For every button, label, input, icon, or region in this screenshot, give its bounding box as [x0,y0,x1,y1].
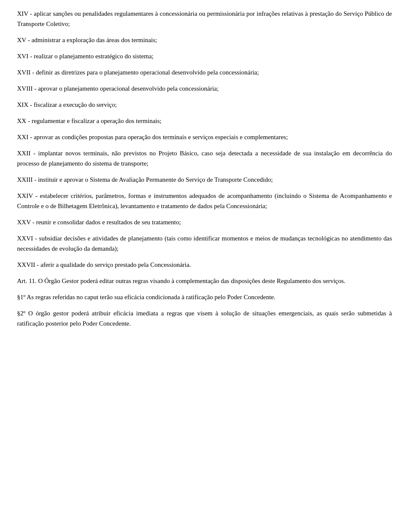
paragraph-p2: XV - administrar a exploração das áreas … [17,35,392,45]
paragraph-text-p3: XVI - realizar o planejamento estratégic… [17,51,392,61]
paragraph-text-p5: XVIII - aprovar o planejamento operacion… [17,83,392,94]
paragraph-p15: Art. 11. O Órgão Gestor poderá editar ou… [17,276,392,286]
paragraph-p4: XVII - definir as diretrizes para o plan… [17,67,392,77]
paragraph-p6: XIX - fiscalizar a execução do serviço; [17,100,392,110]
paragraph-text-p16: §1º As regras referidas no caput terão s… [17,292,392,302]
paragraph-p1: XIV - aplicar sanções ou penalidades reg… [17,9,392,29]
paragraph-text-p7: XX - regulamentar e fiscalizar a operaçã… [17,116,392,126]
paragraph-p7: XX - regulamentar e fiscalizar a operaçã… [17,116,392,126]
paragraph-p10: XXIII - instituir e aprovar o Sistema de… [17,174,392,185]
paragraph-p12: XXV - reunir e consolidar dados e result… [17,217,392,227]
paragraph-text-p4: XVII - definir as diretrizes para o plan… [17,67,392,77]
paragraph-text-p2: XV - administrar a exploração das áreas … [17,35,392,45]
page-container: XIV - aplicar sanções ou penalidades reg… [0,0,409,532]
paragraph-p16: §1º As regras referidas no caput terão s… [17,292,392,302]
paragraph-p14: XXVII - aferir a qualidade do serviço pr… [17,260,392,270]
paragraph-p11: XXIV - estabelecer critérios, parâmetros… [17,191,392,211]
paragraph-p9: XXII - implantar novos terminais, não pr… [17,148,392,169]
paragraph-text-p10: XXIII - instituir e aprovar o Sistema de… [17,174,392,185]
paragraph-text-p11: XXIV - estabelecer critérios, parâmetros… [17,191,392,211]
paragraph-text-p8: XXI - aprovar as condições propostas par… [17,132,392,142]
paragraph-text-p17: §2º O órgão gestor poderá atribuir eficá… [17,308,392,329]
paragraph-text-p9: XXII - implantar novos terminais, não pr… [17,148,392,169]
paragraph-p3: XVI - realizar o planejamento estratégic… [17,51,392,61]
paragraph-text-p13: XXVI - subsidiar decisões e atividades d… [17,233,392,254]
paragraph-text-p12: XXV - reunir e consolidar dados e result… [17,217,392,227]
paragraph-text-p15: Art. 11. O Órgão Gestor poderá editar ou… [17,276,392,286]
paragraph-p17: §2º O órgão gestor poderá atribuir eficá… [17,308,392,329]
paragraph-p5: XVIII - aprovar o planejamento operacion… [17,83,392,94]
paragraph-text-p6: XIX - fiscalizar a execução do serviço; [17,100,392,110]
paragraphs-container: XIV - aplicar sanções ou penalidades reg… [17,9,392,329]
paragraph-text-p14: XXVII - aferir a qualidade do serviço pr… [17,260,392,270]
paragraph-p13: XXVI - subsidiar decisões e atividades d… [17,233,392,254]
paragraph-text-p1: XIV - aplicar sanções ou penalidades reg… [17,9,392,29]
paragraph-p8: XXI - aprovar as condições propostas par… [17,132,392,142]
